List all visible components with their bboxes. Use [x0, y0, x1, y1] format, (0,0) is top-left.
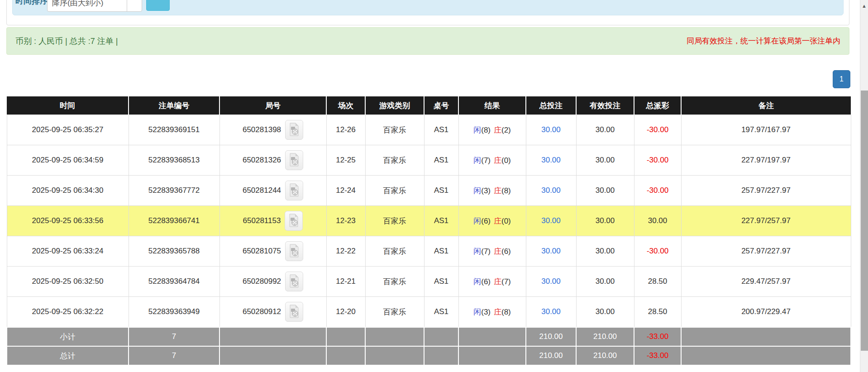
banker-label: 庄: [494, 217, 501, 225]
currency-summary-text: 币别 : 人民币 | 总共 :7 注单 |: [15, 36, 118, 47]
valid-bet-cell: 30.00: [576, 206, 634, 236]
banker-label: 庄: [494, 156, 501, 165]
banker-label: 庄: [494, 126, 501, 134]
time-cell: 2025-09-25 06:35:27: [7, 115, 129, 145]
empty-cell: [326, 327, 365, 346]
pagination-page-1[interactable]: 1: [833, 70, 850, 88]
table-no-cell: AS1: [424, 206, 458, 236]
result-cell: 闲(7)庄(6): [458, 236, 526, 267]
header-payout: 总派彩: [634, 96, 681, 115]
table-row: 2025-09-25 06:32:22 522839363949 6502809…: [7, 297, 851, 328]
round-id-text: 650281326: [243, 156, 281, 165]
player-score: (3): [481, 186, 491, 195]
time-cell: 2025-09-25 06:32:50: [7, 267, 129, 297]
total-bet-link[interactable]: 30.00: [541, 186, 561, 195]
video-replay-button[interactable]: [285, 120, 303, 140]
bet-id-cell: 522839365788: [129, 236, 219, 267]
round-id-text: 650281244: [243, 186, 281, 195]
time-cell: 2025-09-25 06:34:59: [7, 145, 129, 176]
bet-id-cell: 522839363949: [129, 297, 219, 328]
empty-cell: [424, 346, 458, 365]
time-cell: 2025-09-25 06:32:22: [7, 297, 129, 328]
player-label: 闲: [473, 156, 481, 165]
round-id-text: 650280992: [243, 277, 281, 286]
bet-records-table: 时间 注单编号 局号 场次 游戏类别 桌号 结果 总投注 有效投注 总派彩 备注…: [6, 96, 850, 366]
player-score: (6): [481, 277, 491, 286]
table-row: 2025-09-25 06:34:30 522839367772 6502812…: [7, 176, 851, 206]
subtotal-payout: -33.00: [634, 327, 681, 346]
header-round-id: 局号: [219, 96, 326, 115]
game-type-cell: 百家乐: [365, 115, 424, 145]
scrollbar-thumb[interactable]: [861, 91, 868, 351]
player-label: 闲: [473, 277, 481, 286]
game-type-cell: 百家乐: [365, 176, 424, 206]
subtotal-valid-bet: 210.00: [576, 327, 634, 346]
banker-label: 庄: [494, 186, 501, 195]
video-replay-button[interactable]: [285, 211, 303, 231]
table-row: 2025-09-25 06:32:50 522839364784 6502809…: [7, 267, 851, 297]
round-id-text: 650281398: [243, 125, 281, 134]
bet-id-cell: 522839367772: [129, 176, 219, 206]
session-cell: 12-21: [326, 267, 365, 297]
video-replay-button[interactable]: [285, 241, 303, 261]
table-row: 2025-09-25 06:34:59 522839368513 6502813…: [7, 145, 851, 176]
remark-cell: 227.97/197.97: [681, 145, 851, 176]
total-bet-link[interactable]: 30.00: [541, 216, 561, 225]
total-bet-link[interactable]: 30.00: [541, 277, 561, 286]
total-bet-link[interactable]: 30.00: [541, 156, 561, 164]
video-replay-button[interactable]: [285, 181, 303, 200]
video-replay-button[interactable]: [285, 302, 303, 322]
player-label: 闲: [473, 308, 481, 316]
subtotal-row: 小计 7 210.00 210.00 -33.00: [7, 327, 851, 346]
video-replay-button[interactable]: [285, 150, 303, 170]
table-no-cell: AS1: [424, 115, 458, 145]
empty-cell: [424, 327, 458, 346]
total-bet-link[interactable]: 30.00: [541, 247, 561, 255]
game-type-cell: 百家乐: [365, 297, 424, 328]
grand-total-valid-bet: 210.00: [576, 346, 634, 365]
search-button[interactable]: [146, 0, 170, 11]
total-bet-cell: 30.00: [526, 297, 576, 328]
video-replay-button[interactable]: [285, 272, 303, 291]
valid-bet-cell: 30.00: [576, 267, 634, 297]
valid-bet-cell: 30.00: [576, 176, 634, 206]
round-id-text: 650280912: [243, 307, 281, 316]
bet-id-cell: 522839369151: [129, 115, 219, 145]
notice-text: 同局有效投注，统一计算在该局第一张注单内: [687, 36, 840, 46]
sort-select[interactable]: 降序(由大到小): [47, 0, 142, 12]
result-cell: 闲(7)庄(0): [458, 145, 526, 176]
filter-panel: 时间排序 : 降序(由大到小): [6, 0, 849, 25]
banker-label: 庄: [494, 247, 501, 256]
result-cell: 闲(6)庄(7): [458, 267, 526, 297]
scrollbar-up-arrow-icon[interactable]: ▲: [860, 4, 868, 9]
time-cell: 2025-09-25 06:33:56: [7, 206, 129, 236]
player-label: 闲: [473, 247, 481, 256]
time-cell: 2025-09-25 06:34:30: [7, 176, 129, 206]
filter-well: 时间排序 : 降序(由大到小): [12, 0, 844, 15]
round-id-cell: 650280912: [219, 297, 326, 328]
valid-bet-cell: 30.00: [576, 236, 634, 267]
total-bet-cell: 30.00: [526, 236, 576, 267]
header-result: 结果: [458, 96, 526, 115]
round-id-cell: 650281244: [219, 176, 326, 206]
table-row: 2025-09-25 06:33:24 522839365788 6502810…: [7, 236, 851, 267]
session-cell: 12-20: [326, 297, 365, 328]
summary-bar: 币别 : 人民币 | 总共 :7 注单 | 同局有效投注，统一计算在该局第一张注…: [6, 27, 849, 55]
table-row-highlighted: 2025-09-25 06:33:56 522839366741 6502811…: [7, 206, 851, 236]
round-id-cell: 650281326: [219, 145, 326, 176]
remark-cell: 229.47/257.97: [681, 267, 851, 297]
banker-score: (2): [501, 126, 511, 134]
bet-id-cell: 522839364784: [129, 267, 219, 297]
remark-cell: 227.97/257.97: [681, 206, 851, 236]
player-score: (6): [481, 217, 491, 225]
total-bet-link[interactable]: 30.00: [541, 307, 561, 316]
scrollbar-track[interactable]: ▲: [860, 0, 868, 372]
round-id-text: 650281075: [243, 247, 281, 256]
empty-cell: [219, 346, 326, 365]
empty-cell: [681, 346, 851, 365]
total-bet-link[interactable]: 30.00: [541, 125, 561, 134]
remark-cell: 257.97/227.97: [681, 236, 851, 267]
payout-cell: 28.50: [634, 297, 681, 328]
player-label: 闲: [473, 217, 481, 225]
grand-total-row: 总计 7 210.00 210.00 -33.00: [7, 346, 851, 365]
